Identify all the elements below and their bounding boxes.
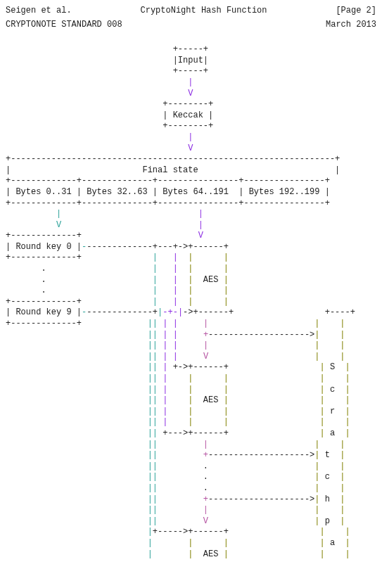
header-right: [Page 2] <box>336 6 376 17</box>
subheader-left: CRYPTONOTE STANDARD 008 <box>6 20 122 31</box>
header-left: Seigen et al. <box>6 6 72 17</box>
ascii-diagram: +-----+ |Input| +-----+ | V +-- <box>6 44 376 560</box>
page-subheader: CRYPTONOTE STANDARD 008 March 2013 <box>6 20 376 31</box>
subheader-right: March 2013 <box>326 20 376 31</box>
page-header: Seigen et al. CryptoNight Hash Function … <box>6 6 376 17</box>
header-center: CryptoNight Hash Function <box>140 6 267 17</box>
